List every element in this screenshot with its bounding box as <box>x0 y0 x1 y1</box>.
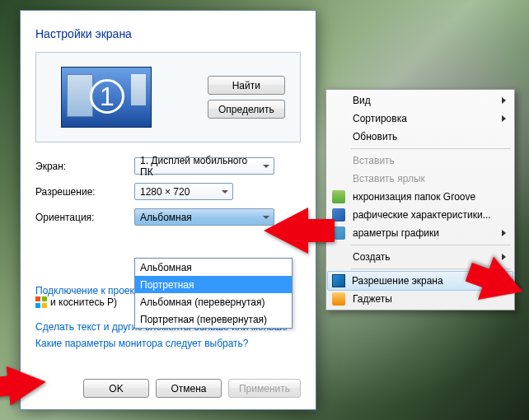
resolution-combobox[interactable]: 1280 × 720 <box>134 183 233 200</box>
window-title: Настройки экрана <box>35 27 301 40</box>
context-menu-item[interactable]: араметры графики <box>328 224 513 242</box>
orientation-dropdown: АльбомнаяПортретнаяАльбомная (перевернут… <box>134 258 293 329</box>
context-menu-item[interactable]: рафические характеристики... <box>328 206 513 224</box>
find-button[interactable]: Найти <box>208 76 285 95</box>
screen-combobox[interactable]: 1. Дисплей мобильного ПК <box>134 157 274 175</box>
context-menu-item[interactable]: Вид <box>328 91 513 110</box>
resolution-label: Разрешение: <box>35 186 134 198</box>
apply-button[interactable]: Применить <box>228 379 301 398</box>
context-item-label: араметры графики <box>353 227 439 239</box>
context-menu-item[interactable]: нхронизация папок Groove <box>328 188 513 206</box>
groove-icon <box>332 190 345 203</box>
thumbnail-window-icon <box>131 74 146 105</box>
monitor-preview-area: 1 Найти Определить <box>35 52 301 142</box>
orientation-option[interactable]: Портретная (перевернутая) <box>135 310 292 328</box>
orientation-combobox[interactable]: Альбомная <box>134 208 274 226</box>
orientation-option[interactable]: Портретная <box>135 276 292 293</box>
orientation-option[interactable]: Альбомная <box>135 259 292 276</box>
annotation-arrow-icon <box>7 362 49 406</box>
context-menu-item: Вставить <box>328 152 513 170</box>
monitor-params-link[interactable]: Какие параметры монитора следует выбрать… <box>35 338 301 349</box>
res-icon <box>332 274 345 287</box>
monitor-number: 1 <box>90 79 124 114</box>
annotation-arrow-icon <box>264 208 308 254</box>
context-menu-item[interactable]: Обновить <box>328 128 513 146</box>
context-item-label: Разрешение экрана <box>352 275 443 287</box>
context-item-label: Вставить <box>353 155 395 166</box>
context-item-label: Создать <box>353 251 391 263</box>
cancel-button[interactable]: Отмена <box>156 379 222 398</box>
projector-hint: и коснитесь P) <box>50 296 117 308</box>
screen-label: Экран: <box>35 161 134 172</box>
context-item-label: Гаджеты <box>353 293 392 305</box>
orientation-label: Ориентация: <box>35 212 134 223</box>
monitor-thumbnail[interactable]: 1 <box>61 67 152 128</box>
context-item-label: Вставить ярлык <box>353 173 425 184</box>
windows-logo-icon <box>35 296 47 308</box>
context-menu-item[interactable]: Сортировка <box>328 110 513 128</box>
context-separator <box>351 148 511 149</box>
projector-link[interactable]: Подключение к проек <box>35 285 134 296</box>
ok-button[interactable]: OK <box>83 379 149 398</box>
orientation-option[interactable]: Альбомная (перевернутая) <box>135 293 292 310</box>
context-separator <box>351 245 511 245</box>
context-item-label: нхронизация папок Groove <box>353 191 475 203</box>
gadget-icon <box>332 292 345 306</box>
context-item-label: рафические характеристики... <box>353 209 491 221</box>
context-item-label: Обновить <box>353 131 397 142</box>
context-item-label: Сортировка <box>353 113 407 124</box>
detect-button[interactable]: Определить <box>208 100 285 119</box>
context-item-label: Вид <box>353 95 371 106</box>
context-menu-item[interactable]: Создать <box>328 248 513 266</box>
context-menu-item: Вставить ярлык <box>328 170 513 188</box>
